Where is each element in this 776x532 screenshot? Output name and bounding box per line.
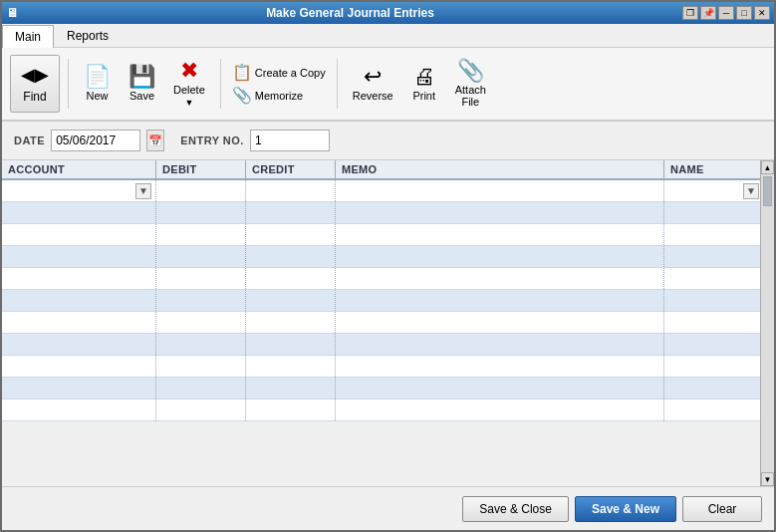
- find-arrows-icon: ◀▶: [21, 64, 49, 86]
- tab-main[interactable]: Main: [2, 25, 54, 48]
- window-icon: 🖥: [6, 6, 18, 20]
- credit-cell-9[interactable]: [246, 356, 336, 377]
- account-input-1[interactable]: [6, 184, 123, 198]
- debit-cell-4[interactable]: [156, 246, 246, 267]
- debit-cell-2[interactable]: [156, 202, 246, 223]
- clear-button[interactable]: Clear: [682, 496, 762, 522]
- col-debit: DEBIT: [156, 160, 246, 178]
- debit-cell-11[interactable]: [156, 399, 246, 420]
- date-input[interactable]: [51, 130, 140, 151]
- account-cell-6[interactable]: [2, 290, 156, 311]
- credit-cell-2[interactable]: [246, 202, 336, 223]
- account-cell-4[interactable]: [2, 246, 156, 267]
- credit-cell-6[interactable]: [246, 290, 336, 311]
- print-button[interactable]: 🖨 Print: [404, 62, 444, 106]
- table-row: [2, 399, 774, 421]
- debit-cell-8[interactable]: [156, 334, 246, 355]
- save-close-button[interactable]: Save & Close: [462, 496, 569, 522]
- minimize-button[interactable]: ─: [718, 6, 734, 20]
- memo-cell-6[interactable]: [336, 290, 664, 311]
- credit-cell-11[interactable]: [246, 399, 336, 420]
- table-row: [2, 378, 774, 399]
- memorize-button[interactable]: 📎 Memorize: [229, 85, 329, 106]
- memo-cell-1[interactable]: [336, 180, 664, 201]
- name-cell-6[interactable]: [664, 290, 764, 311]
- tab-reports[interactable]: Reports: [54, 24, 122, 47]
- credit-cell-1[interactable]: [246, 180, 336, 201]
- memo-cell-10[interactable]: [336, 378, 664, 399]
- debit-cell-5[interactable]: [156, 268, 246, 289]
- debit-cell-3[interactable]: [156, 224, 246, 245]
- pin-button[interactable]: 📌: [700, 6, 716, 20]
- name-cell-1[interactable]: ▼: [664, 180, 764, 201]
- credit-cell-10[interactable]: [246, 378, 336, 399]
- memo-cell-5[interactable]: [336, 268, 664, 289]
- memo-cell-7[interactable]: [336, 312, 664, 333]
- debit-cell-9[interactable]: [156, 356, 246, 377]
- col-memo: MEMO: [336, 160, 664, 178]
- account-cell-3[interactable]: [2, 224, 156, 245]
- memo-cell-3[interactable]: [336, 224, 664, 245]
- memo-cell-2[interactable]: [336, 202, 664, 223]
- scroll-thumb[interactable]: [763, 176, 772, 206]
- credit-cell-7[interactable]: [246, 312, 336, 333]
- credit-cell-8[interactable]: [246, 334, 336, 355]
- entry-no-input[interactable]: [250, 130, 330, 151]
- delete-button[interactable]: ✖ Delete ▼: [166, 56, 212, 112]
- memo-cell-4[interactable]: [336, 246, 664, 267]
- save-button[interactable]: 💾 Save: [122, 62, 162, 106]
- scroll-down-button[interactable]: ▼: [761, 472, 774, 486]
- name-cell-4[interactable]: [664, 246, 764, 267]
- memo-cell-9[interactable]: [336, 356, 664, 377]
- credit-cell-3[interactable]: [246, 224, 336, 245]
- separator-3: [337, 59, 338, 109]
- attach-file-button[interactable]: 📎 AttachFile: [448, 56, 493, 112]
- reverse-button[interactable]: ↩ Reverse: [346, 62, 400, 106]
- account-dropdown-1[interactable]: ▼: [135, 183, 151, 199]
- credit-cell-5[interactable]: [246, 268, 336, 289]
- memo-cell-11[interactable]: [336, 399, 664, 420]
- toolbar: ◀▶ Find 📄 New 💾 Save ✖ Delete ▼ 📋 Create…: [2, 48, 774, 122]
- find-label: Find: [23, 90, 46, 104]
- account-cell-8[interactable]: [2, 334, 156, 355]
- create-copy-button[interactable]: 📋 Create a Copy: [229, 62, 329, 83]
- account-cell-10[interactable]: [2, 378, 156, 399]
- save-icon: 💾: [129, 66, 155, 88]
- account-cell-5[interactable]: [2, 268, 156, 289]
- name-cell-10[interactable]: [664, 378, 764, 399]
- name-cell-11[interactable]: [664, 399, 764, 420]
- scroll-track[interactable]: [761, 174, 774, 472]
- find-button[interactable]: ◀▶ Find: [10, 55, 60, 113]
- name-cell-3[interactable]: [664, 224, 764, 245]
- account-cell-11[interactable]: [2, 399, 156, 420]
- scroll-up-button[interactable]: ▲: [761, 160, 774, 174]
- debit-cell-6[interactable]: [156, 290, 246, 311]
- name-cell-5[interactable]: [664, 268, 764, 289]
- main-window: 🖥 Make General Journal Entries ❐ 📌 ─ □ ✕…: [0, 0, 776, 532]
- separator-1: [68, 59, 69, 109]
- name-cell-9[interactable]: [664, 356, 764, 377]
- save-new-button[interactable]: Save & New: [575, 496, 676, 522]
- name-cell-8[interactable]: [664, 334, 764, 355]
- restore-alt-button[interactable]: ❐: [682, 6, 698, 20]
- delete-icon: ✖: [180, 60, 198, 82]
- name-cell-2[interactable]: [664, 202, 764, 223]
- memo-cell-8[interactable]: [336, 334, 664, 355]
- account-cell-9[interactable]: [2, 356, 156, 377]
- account-cell-7[interactable]: [2, 312, 156, 333]
- account-cell-2[interactable]: [2, 202, 156, 223]
- close-button[interactable]: ✕: [754, 6, 770, 20]
- name-dropdown-1[interactable]: ▼: [743, 183, 759, 199]
- vertical-scrollbar[interactable]: ▲ ▼: [760, 160, 774, 486]
- maximize-button[interactable]: □: [736, 6, 752, 20]
- credit-cell-4[interactable]: [246, 246, 336, 267]
- debit-cell-7[interactable]: [156, 312, 246, 333]
- create-copy-label: Create a Copy: [255, 67, 326, 79]
- debit-cell-1[interactable]: [156, 180, 246, 201]
- name-cell-7[interactable]: [664, 312, 764, 333]
- account-cell-1[interactable]: ▼: [2, 180, 156, 201]
- debit-cell-10[interactable]: [156, 378, 246, 399]
- new-button[interactable]: 📄 New: [77, 62, 118, 106]
- date-picker-button[interactable]: 📅: [146, 130, 164, 151]
- table-row: [2, 202, 774, 224]
